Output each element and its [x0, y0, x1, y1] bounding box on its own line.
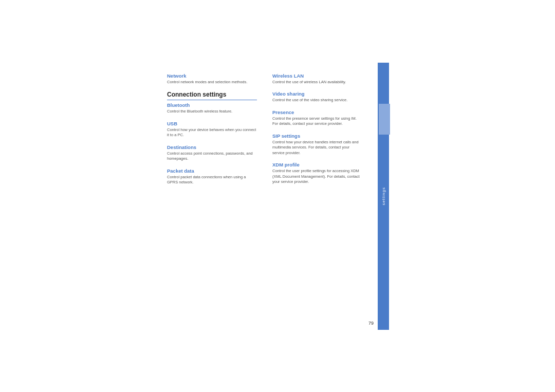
left-column: Network Control network modes and select… — [167, 63, 265, 330]
content-area: Network Control network modes and select… — [167, 63, 377, 330]
destinations-desc: Control access point connections, passwo… — [167, 151, 257, 162]
video-sharing-desc: Control the use of the video sharing ser… — [272, 98, 362, 103]
xdm-profile-desc: Control the user profile settings for ac… — [272, 169, 362, 185]
video-sharing-item: Video sharing Control the use of the vid… — [272, 91, 362, 103]
sidebar-tab: settings — [378, 63, 389, 330]
packet-data-desc: Control packet data connections when usi… — [167, 175, 257, 185]
doc-page: settings Network Control network modes a… — [167, 63, 388, 330]
sidebar-label: settings — [381, 187, 386, 206]
presence-desc: Control the presence server settings for… — [272, 116, 362, 127]
wireless-lan-title[interactable]: Wireless LAN — [272, 73, 362, 79]
packet-data-title[interactable]: Packet data — [167, 168, 257, 174]
sidebar-scrollbar[interactable] — [379, 104, 390, 135]
packet-data-item: Packet data Control packet data connecti… — [167, 168, 257, 185]
sip-settings-item: SIP settings Control how your device han… — [272, 133, 362, 156]
usb-desc: Control how your device behaves when you… — [167, 127, 257, 138]
presence-title[interactable]: Presence — [272, 109, 362, 115]
bluetooth-item: Bluetooth Control the Bluetooth wireless… — [167, 102, 257, 115]
page-container: settings Network Control network modes a… — [0, 0, 555, 392]
network-item: Network Control network modes and select… — [167, 73, 257, 85]
destinations-item: Destinations Control access point connec… — [167, 144, 257, 162]
destinations-title[interactable]: Destinations — [167, 144, 257, 150]
section-heading: Connection settings — [167, 91, 257, 100]
network-title[interactable]: Network — [167, 73, 257, 79]
presence-item: Presence Control the presence server set… — [272, 109, 362, 127]
bluetooth-title[interactable]: Bluetooth — [167, 102, 257, 108]
wireless-lan-desc: Control the use of wireless LAN availabi… — [272, 80, 362, 85]
usb-item: USB Control how your device behaves when… — [167, 121, 257, 138]
sip-settings-title[interactable]: SIP settings — [272, 133, 362, 139]
video-sharing-title[interactable]: Video sharing — [272, 91, 362, 97]
bluetooth-desc: Control the Bluetooth wireless feature. — [167, 109, 257, 115]
usb-title[interactable]: USB — [167, 121, 257, 126]
network-desc: Control network modes and selection meth… — [167, 80, 257, 85]
sip-settings-desc: Control how your device handles internet… — [272, 140, 362, 156]
page-number: 79 — [368, 321, 374, 326]
xdm-profile-title[interactable]: XDM profile — [272, 162, 362, 167]
right-column: Wireless LAN Control the use of wireless… — [265, 63, 367, 330]
xdm-profile-item: XDM profile Control the user profile set… — [272, 162, 362, 185]
wireless-lan-item: Wireless LAN Control the use of wireless… — [272, 73, 362, 85]
